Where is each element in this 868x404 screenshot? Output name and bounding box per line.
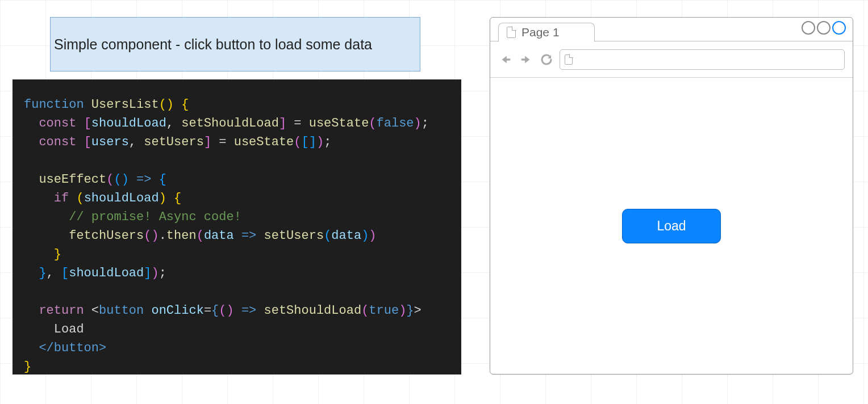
cond-shouldLoad: shouldLoad (84, 191, 159, 205)
load-button[interactable]: Load (622, 209, 720, 243)
fn-setUsers-call: setUsers (264, 229, 324, 243)
kw-if: if (54, 191, 69, 205)
address-bar[interactable] (560, 49, 845, 70)
back-icon[interactable] (498, 52, 513, 67)
address-page-icon (565, 54, 573, 65)
fn-setShouldLoad-call: setShouldLoad (264, 304, 362, 318)
jsx-text-load: Load (54, 322, 84, 336)
jsx-onclick: onClick (151, 304, 203, 318)
page-icon (507, 27, 516, 38)
load-button-label: Load (657, 218, 686, 233)
kw-const2: const (39, 135, 76, 149)
arg-data: data (204, 229, 234, 243)
dep-shouldLoad: shouldLoad (69, 266, 144, 280)
window-dot-2[interactable] (817, 21, 831, 35)
slide-title: Simple component - click button to load … (50, 17, 420, 71)
code-snippet: function UsersList() { const [shouldLoad… (12, 79, 461, 374)
fn-then: then (166, 229, 197, 243)
reload-icon[interactable] (539, 52, 554, 67)
browser-tabbar: Page 1 (490, 18, 853, 41)
fn-useState: useState (309, 116, 369, 131)
fn-name: UsersList (91, 98, 159, 112)
var-users: users (91, 135, 129, 149)
window-dot-1[interactable] (802, 21, 815, 35)
fn-useState2: useState (234, 135, 294, 149)
address-input[interactable] (577, 54, 840, 65)
comment-async: // promise! Async code! (69, 210, 241, 224)
browser-viewport: Load (490, 78, 853, 374)
browser-toolbar (490, 41, 853, 78)
window-controls (802, 21, 846, 35)
kw-return: return (39, 304, 84, 318)
title-text: Simple component - click button to load … (54, 36, 372, 53)
fn-useEffect: useEffect (39, 172, 106, 187)
forward-icon[interactable] (519, 52, 533, 67)
jsx-button-open: button (99, 304, 144, 318)
kw-function: function (24, 98, 84, 112)
var-shouldLoad: shouldLoad (91, 116, 166, 131)
var-setShouldLoad: setShouldLoad (181, 116, 279, 131)
fn-fetchUsers: fetchUsers (69, 229, 144, 243)
var-setUsers: setUsers (144, 135, 204, 149)
arg-data2: data (331, 229, 361, 243)
browser-tab[interactable]: Page 1 (498, 23, 595, 42)
literal-empty-array: [] (302, 135, 316, 149)
browser-mockup: Page 1 Load (490, 17, 853, 374)
window-dot-3[interactable] (832, 21, 846, 35)
literal-true: true (369, 304, 399, 318)
tab-label: Page 1 (521, 26, 560, 39)
literal-false: false (377, 116, 414, 131)
jsx-button-close: </button> (39, 341, 106, 355)
kw-const: const (39, 116, 76, 131)
